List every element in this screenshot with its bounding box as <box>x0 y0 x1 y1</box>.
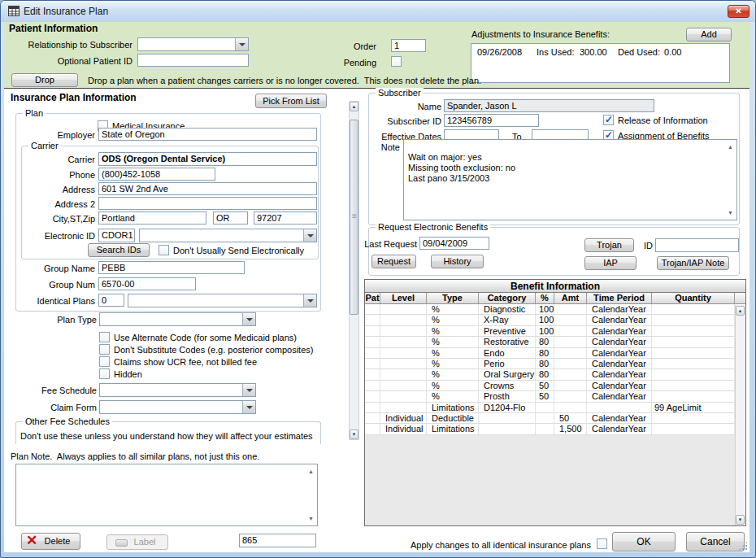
table-cell <box>380 337 427 347</box>
cancel-button[interactable]: Cancel <box>686 532 745 551</box>
subscriber-note-textarea[interactable]: Wait on major: yes Missing tooth exclusi… <box>403 139 737 220</box>
pending-checkbox[interactable] <box>391 56 402 67</box>
phone-input[interactable]: (800)452-1058 <box>98 168 215 181</box>
scroll-down-icon[interactable]: ▼ <box>726 208 735 217</box>
last-request-input[interactable]: 09/04/2009 <box>419 237 489 250</box>
optional-patient-id-input[interactable] <box>137 54 249 67</box>
ok-button[interactable]: OK <box>612 532 676 551</box>
table-row[interactable]: IndividualDeductible50CalendarYear <box>365 413 745 424</box>
release-checkbox[interactable] <box>603 115 614 125</box>
table-row[interactable]: %Endo80CalendarYear <box>365 348 745 359</box>
trojan-id-input[interactable] <box>655 238 739 252</box>
payor-select[interactable]: multiple payors use this ID <box>139 229 317 242</box>
table-row[interactable]: %Perio80CalendarYear <box>365 359 745 369</box>
history-button[interactable]: History <box>431 255 484 268</box>
state-input[interactable]: OR <box>213 211 248 225</box>
chevron-down-icon[interactable] <box>242 313 255 325</box>
carrier-label: Carrier <box>4 155 95 165</box>
optional-id-label: Optional Patient ID <box>4 56 133 67</box>
table-cell: % <box>427 348 479 358</box>
address-input[interactable]: 601 SW 2nd Ave <box>98 182 317 195</box>
city-input[interactable]: Portland <box>98 211 206 225</box>
table-row[interactable]: %X-Ray100CalendarYear <box>365 315 745 325</box>
scroll-up-icon[interactable]: ▲ <box>726 142 735 151</box>
relationship-select[interactable]: Self <box>137 37 249 51</box>
table-cell: 99 AgeLimit <box>652 403 735 412</box>
left-panel-scrollbar[interactable]: ▲ ▼ <box>349 101 359 440</box>
benefit-table-scrollbar[interactable]: ▲ ▼ <box>735 305 745 525</box>
trojan-iap-note-button[interactable]: Trojan/IAP Note <box>657 256 729 270</box>
pending-label: Pending <box>313 58 376 68</box>
chevron-down-icon[interactable] <box>242 384 255 396</box>
table-row[interactable]: %Restorative80CalendarYear <box>365 337 745 347</box>
delete-button-label: Delete <box>45 536 71 546</box>
scroll-up-icon[interactable]: ▲ <box>306 467 315 476</box>
table-row[interactable]: %Prosth50CalendarYear <box>365 391 745 402</box>
plan-note-textarea[interactable]: ▲ ▼ <box>15 464 318 526</box>
delete-button[interactable]: ✕ Delete <box>21 533 80 550</box>
group-num-label: Group Num <box>4 280 95 290</box>
table-cell: Oral Surgery <box>479 369 536 379</box>
close-button[interactable]: ✕ <box>728 5 749 18</box>
other-fee-group-label: Other Fee Schedules <box>23 416 112 427</box>
table-row[interactable]: %Crowns50CalendarYear <box>365 381 745 391</box>
subscriber-name-field[interactable]: Spander, Jason L <box>444 99 654 112</box>
table-row[interactable]: %Diagnostic100CalendarYear <box>365 304 745 315</box>
table-row[interactable]: IndividualLimitations1,500CalendarYear <box>365 424 745 434</box>
subscriber-id-input[interactable]: 123456789 <box>444 114 539 127</box>
plan-option-label: Claims show UCR fee, not billed fee <box>114 357 257 368</box>
claim-form-select[interactable]: ADA 2006 <box>99 400 256 414</box>
request-button[interactable]: Request <box>371 255 416 268</box>
trojan-button[interactable]: Trojan <box>584 238 634 252</box>
plan-option-checkbox[interactable] <box>99 332 110 342</box>
plan-option-checkbox[interactable] <box>99 344 110 355</box>
scrollbar-thumb[interactable] <box>350 120 358 315</box>
plan-option-checkbox[interactable] <box>99 368 110 379</box>
plan-number-input[interactable]: 865 <box>239 534 316 547</box>
chevron-down-icon[interactable] <box>235 38 248 50</box>
chevron-down-icon[interactable] <box>242 401 255 413</box>
table-row[interactable]: %Oral Surgery80CalendarYear <box>365 369 745 380</box>
identical-plans-select[interactable] <box>128 294 317 307</box>
apply-changes-checkbox[interactable] <box>597 538 607 549</box>
iap-button[interactable]: IAP <box>584 256 637 270</box>
phone-label: Phone <box>4 170 95 181</box>
order-input[interactable]: 1 <box>391 39 426 52</box>
table-cell <box>652 381 735 390</box>
group-num-input[interactable]: 6570-00 <box>98 277 196 290</box>
table-row[interactable]: LimitationsD1204-Flo99 AgeLimit <box>365 403 745 413</box>
electronic-id-input[interactable]: CDOR1 <box>98 229 135 242</box>
identical-plans-input[interactable]: 0 <box>98 294 124 307</box>
grid-icon <box>8 6 20 18</box>
table-cell: % <box>427 359 479 368</box>
group-name-input[interactable]: PEBB <box>98 261 245 274</box>
zip-input[interactable]: 97207 <box>254 211 317 225</box>
dont-send-checkbox[interactable] <box>159 245 169 255</box>
title-bar[interactable]: Edit Insurance Plan ✕ <box>1 1 755 22</box>
add-button[interactable]: Add <box>686 28 732 41</box>
scroll-down-icon[interactable]: ▼ <box>306 514 315 523</box>
plan-option-checkbox[interactable] <box>99 356 110 367</box>
scroll-up-icon[interactable]: ▲ <box>736 306 745 316</box>
adjustments-listbox[interactable]: 09/26/2008 Ins Used: 300.00 Ded Used: 0.… <box>471 43 730 83</box>
address2-input[interactable] <box>98 197 317 210</box>
table-cell: CalendarYear <box>587 326 652 336</box>
column-header: Time Period <box>587 293 652 303</box>
plan-type-select[interactable]: Category Percentage <box>99 312 256 326</box>
chevron-down-icon[interactable] <box>303 229 316 242</box>
carrier-input[interactable]: ODS (Oregon Dental Service) <box>98 152 317 166</box>
table-cell <box>365 424 380 434</box>
city-st-zip-label: City,ST,Zip <box>4 214 95 225</box>
scroll-down-icon[interactable]: ▼ <box>350 429 358 439</box>
chevron-down-icon[interactable] <box>303 294 316 307</box>
pick-from-list-button[interactable]: Pick From List <box>255 94 327 108</box>
table-row[interactable]: %Preventive100CalendarYear <box>365 326 745 337</box>
employer-input[interactable]: State of Oregon <box>98 128 317 141</box>
search-ids-button[interactable]: Search IDs <box>88 243 150 257</box>
table-cell: Individual <box>380 413 427 423</box>
fee-schedule-select[interactable]: ODS <box>99 383 256 397</box>
drop-button[interactable]: Drop <box>11 73 78 87</box>
scroll-down-icon[interactable]: ▼ <box>736 515 745 525</box>
label-button[interactable]: Label <box>106 534 168 550</box>
table-cell: Deductible <box>427 413 479 423</box>
